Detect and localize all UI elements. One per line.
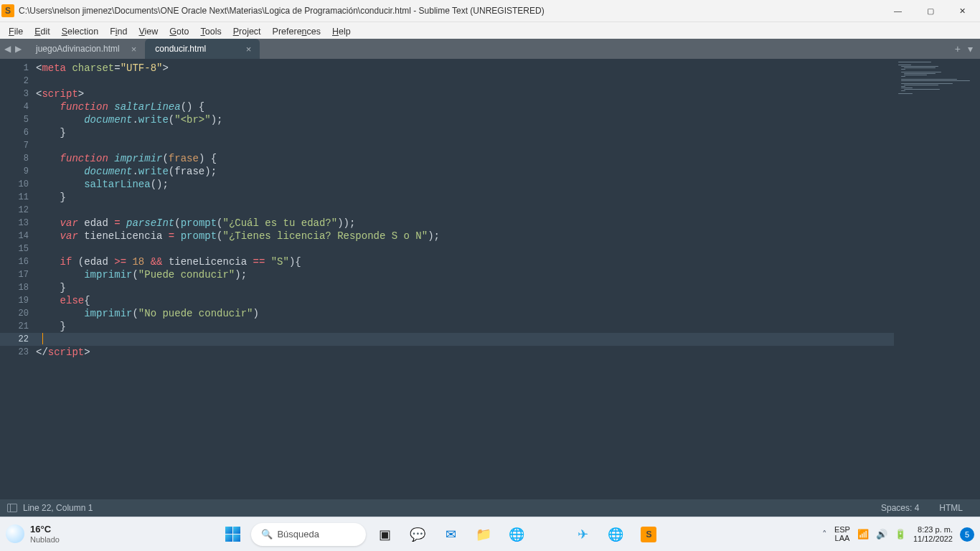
- new-tab-icon[interactable]: +: [955, 43, 961, 55]
- battery-icon[interactable]: 🔋: [895, 529, 906, 540]
- status-syntax[interactable]: HTML: [929, 503, 973, 513]
- menu-goto[interactable]: Goto: [164, 25, 194, 38]
- language-indicator[interactable]: ESP LAA: [834, 526, 850, 542]
- volume-icon[interactable]: 🔊: [876, 529, 887, 540]
- tabbar: ◀ ▶ juegoAdivinacion.html × conducir.htm…: [0, 39, 980, 59]
- menu-help[interactable]: Help: [326, 25, 357, 38]
- taskbar-search[interactable]: 🔍 Búsqueda: [251, 523, 366, 546]
- explorer-icon[interactable]: 📁: [469, 520, 498, 549]
- menu-edit[interactable]: Edit: [29, 25, 56, 38]
- menu-tools[interactable]: Tools: [194, 25, 227, 38]
- taskbar-weather[interactable]: 16°C Nublado: [6, 524, 60, 543]
- maximize-button[interactable]: ▢: [914, 0, 946, 22]
- tab-label: juegoAdivinacion.html: [36, 44, 131, 54]
- taskbar: 16°C Nublado 🔍 Búsqueda ▣ 💬 ✉ 📁 🌐 ✈ 🌐 S …: [0, 517, 980, 551]
- menu-find[interactable]: Find: [104, 25, 133, 38]
- menu-selection[interactable]: Selection: [56, 25, 104, 38]
- mail-icon[interactable]: ✉: [436, 520, 465, 549]
- telegram-icon[interactable]: ✈: [568, 520, 597, 549]
- weather-temp: 16°C: [30, 524, 60, 534]
- app-icon: S: [1, 4, 14, 17]
- menu-file[interactable]: File: [3, 25, 29, 38]
- status-position[interactable]: Line 22, Column 1: [23, 503, 93, 513]
- status-spaces[interactable]: Spaces: 4: [871, 503, 929, 513]
- statusbar: Line 22, Column 1 Spaces: 4 HTML: [0, 499, 980, 517]
- chat-icon[interactable]: 💬: [403, 520, 432, 549]
- tab-close-icon[interactable]: ×: [131, 44, 137, 55]
- weather-icon: [6, 524, 24, 543]
- search-placeholder: Búsqueda: [277, 529, 319, 540]
- nav-back-icon[interactable]: ◀: [4, 44, 11, 54]
- taskbar-clock[interactable]: 8:23 p. m. 11/12/2022: [913, 525, 953, 542]
- tab-active[interactable]: conducir.html ×: [145, 39, 260, 59]
- window-controls: — ▢ ✕: [882, 0, 979, 22]
- minimize-button[interactable]: —: [882, 0, 914, 22]
- start-button[interactable]: [218, 520, 247, 549]
- window-title: C:\Users\nelson jimenez\Documents\ONE Or…: [19, 6, 882, 16]
- menubar: File Edit Selection Find View Goto Tools…: [0, 22, 980, 39]
- tab-close-icon[interactable]: ×: [246, 44, 252, 55]
- wifi-icon[interactable]: 📶: [857, 529, 869, 540]
- search-icon: 🔍: [261, 529, 273, 540]
- minimap[interactable]: [894, 59, 980, 499]
- notification-badge[interactable]: 5: [960, 527, 974, 542]
- weather-cond: Nublado: [30, 535, 60, 544]
- tray-chevron-icon[interactable]: ˄: [822, 529, 827, 540]
- sidebar-toggle-icon[interactable]: [7, 504, 17, 512]
- gutter: 1234567891011121314151617181920212223: [0, 59, 36, 499]
- nav-forward-icon[interactable]: ▶: [15, 44, 22, 54]
- task-view-icon[interactable]: ▣: [370, 520, 399, 549]
- editor[interactable]: 1234567891011121314151617181920212223 <m…: [0, 59, 980, 499]
- tab-label: conducir.html: [155, 44, 245, 54]
- sublime-icon[interactable]: S: [634, 520, 663, 549]
- chrome-icon[interactable]: 🌐: [502, 520, 531, 549]
- titlebar: S C:\Users\nelson jimenez\Documents\ONE …: [0, 0, 980, 22]
- tab-menu-icon[interactable]: ▾: [968, 43, 973, 55]
- menu-preferences[interactable]: Preferences: [267, 25, 326, 38]
- close-button[interactable]: ✕: [946, 0, 979, 22]
- menu-view[interactable]: View: [133, 25, 164, 38]
- menu-project[interactable]: Project: [227, 25, 267, 38]
- tab-inactive[interactable]: juegoAdivinacion.html ×: [26, 39, 145, 59]
- code-area[interactable]: <meta charset="UTF-8"> <script> function…: [36, 59, 894, 499]
- chrome-alt-icon[interactable]: 🌐: [601, 520, 630, 549]
- cursor: [42, 333, 43, 344]
